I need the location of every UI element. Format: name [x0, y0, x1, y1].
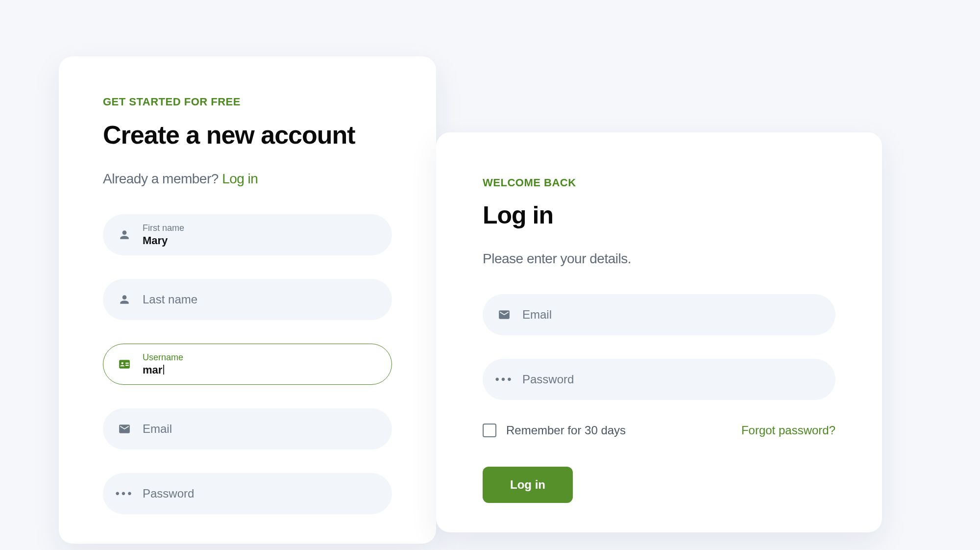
login-overline: WELCOME BACK — [483, 176, 835, 189]
first-name-value: Mary — [143, 234, 377, 247]
signup-overline: GET STARTED FOR FREE — [103, 96, 392, 108]
login-email-placeholder: Email — [522, 308, 820, 322]
login-password-field[interactable]: ••• Password — [483, 359, 835, 400]
dots-icon: ••• — [118, 487, 131, 500]
remember-label: Remember for 30 days — [506, 424, 626, 437]
last-name-placeholder: Last name — [143, 293, 377, 306]
login-submit-label: Log in — [510, 478, 545, 492]
signup-card: GET STARTED FOR FREE Create a new accoun… — [59, 56, 436, 544]
login-card: WELCOME BACK Log in Please enter your de… — [436, 132, 882, 532]
signup-email-placeholder: Email — [143, 422, 377, 436]
mail-icon — [118, 423, 131, 435]
login-submit-button[interactable]: Log in — [483, 467, 573, 503]
id-card-icon — [118, 358, 131, 371]
signup-subtext: Already a member? Log in — [103, 171, 392, 187]
login-heading: Log in — [483, 201, 835, 229]
text-caret — [163, 365, 164, 375]
signup-email-field[interactable]: Email — [103, 408, 392, 450]
username-label: Username — [143, 352, 377, 363]
signup-heading: Create a new account — [103, 120, 392, 150]
first-name-label: First name — [143, 223, 377, 233]
last-name-field[interactable]: Last name — [103, 279, 392, 320]
signup-password-placeholder: Password — [143, 487, 377, 500]
username-value: mar — [143, 364, 377, 376]
person-icon — [118, 293, 131, 306]
remember-checkbox[interactable] — [483, 424, 496, 437]
login-email-field[interactable]: Email — [483, 294, 835, 335]
username-field[interactable]: Username mar — [103, 344, 392, 385]
first-name-field[interactable]: First name Mary — [103, 214, 392, 255]
login-options-row: Remember for 30 days Forgot password? — [483, 424, 835, 437]
forgot-password-link[interactable]: Forgot password? — [741, 424, 835, 437]
remember-wrap[interactable]: Remember for 30 days — [483, 424, 626, 437]
signup-password-field[interactable]: ••• Password — [103, 473, 392, 514]
member-text: Already a member? — [103, 171, 219, 186]
login-password-placeholder: Password — [522, 373, 820, 386]
mail-icon — [498, 308, 511, 321]
login-link[interactable]: Log in — [222, 171, 258, 186]
dots-icon: ••• — [498, 373, 511, 386]
login-subtitle: Please enter your details. — [483, 251, 835, 267]
person-icon — [118, 228, 131, 241]
